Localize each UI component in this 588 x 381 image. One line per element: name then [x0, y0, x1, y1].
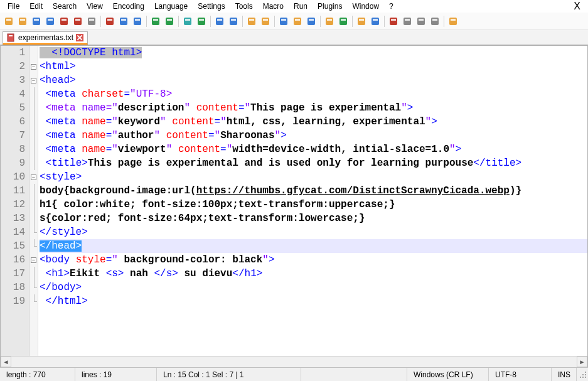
menu-macro[interactable]: Macro [258, 1, 289, 11]
sync-h-icon[interactable] [259, 15, 272, 28]
code-line[interactable]: <meta name="keyword" content="html, css,… [40, 115, 587, 129]
paste-icon[interactable] [131, 15, 144, 28]
monitor-icon[interactable] [369, 15, 382, 28]
code-line[interactable]: <meta name="viewport" content="width=dev… [40, 142, 587, 156]
scroll-left-arrow[interactable]: ◄ [1, 357, 11, 367]
window-close-button[interactable]: X [569, 1, 585, 12]
fold-cell[interactable]: − [29, 60, 38, 73]
svg-rect-47 [359, 19, 364, 21]
lang-icon[interactable] [323, 15, 336, 28]
menu-run[interactable]: Run [289, 1, 313, 11]
fold-cell[interactable] [29, 281, 38, 294]
menu-plugins[interactable]: Plugins [313, 1, 347, 11]
menu-tools[interactable]: Tools [230, 1, 258, 11]
menu-file[interactable]: File [3, 1, 24, 11]
find-icon[interactable] [181, 15, 194, 28]
fold-cell[interactable] [29, 156, 38, 170]
fold-column[interactable]: −−−− [29, 46, 38, 356]
code-line[interactable]: </style> [40, 225, 587, 239]
fold-cell[interactable]: − [29, 73, 38, 87]
play-icon[interactable] [415, 15, 427, 28]
folder-icon[interactable] [355, 15, 368, 28]
status-eol[interactable]: Windows (CR LF) [407, 368, 489, 381]
code-line[interactable]: <!DOCTYPE html> [40, 46, 587, 60]
code-line[interactable]: h1{ color:white; font-size:100px;text-tr… [40, 198, 587, 212]
menu-window[interactable]: Window [347, 1, 384, 11]
fold-cell[interactable] [29, 184, 38, 198]
code-line[interactable]: s{color:red; font-size:64px;text-transfo… [40, 212, 587, 225]
fold-cell[interactable]: − [29, 170, 38, 184]
menu-help[interactable]: ? [384, 1, 398, 11]
code-line[interactable]: body{background-image:url(https://thumbs… [40, 184, 587, 198]
code-line[interactable]: <body style=" background-color: black"> [40, 253, 587, 267]
fold-cell[interactable] [29, 129, 38, 142]
indent-guide-icon[interactable] [305, 15, 318, 28]
fold-cell[interactable] [29, 115, 38, 129]
scroll-right-arrow[interactable]: ► [577, 357, 587, 367]
wrap-icon[interactable] [277, 15, 290, 28]
fold-cell[interactable] [29, 239, 38, 253]
replace-icon[interactable] [195, 15, 208, 28]
resize-grip-icon[interactable] [577, 370, 588, 380]
sync-v-icon[interactable] [245, 15, 258, 28]
code-editor[interactable]: 12345678910111213141516171819 −−−− <!DOC… [1, 46, 587, 356]
line-number: 14 [1, 225, 25, 239]
fold-cell[interactable] [29, 198, 38, 212]
code-line[interactable]: </html> [40, 294, 587, 308]
menu-encoding[interactable]: Encoding [108, 1, 149, 11]
tab-active[interactable]: experimentas.txt [3, 31, 88, 45]
fold-cell[interactable] [29, 46, 38, 60]
code-line[interactable]: <html> [40, 60, 587, 73]
fold-cell[interactable] [29, 225, 38, 239]
menu-settings[interactable]: Settings [193, 1, 230, 11]
redo-icon[interactable] [163, 15, 176, 28]
zoom-in-icon[interactable] [213, 15, 226, 28]
code-line[interactable]: <head> [40, 73, 587, 87]
fold-cell[interactable] [29, 101, 38, 115]
menu-view[interactable]: View [82, 1, 108, 11]
code-line[interactable]: <title>This page is experimental and is … [40, 156, 587, 170]
code-line[interactable]: <h1>Eikit <s> nah </s> su dievu</h1> [40, 267, 587, 281]
all-chars-icon[interactable] [291, 15, 304, 28]
zoom-out-icon[interactable] [227, 15, 240, 28]
scroll-track[interactable] [11, 357, 577, 367]
doc-map-icon[interactable] [337, 15, 350, 28]
status-encoding[interactable]: UTF-8 [489, 368, 552, 381]
record-icon[interactable] [387, 15, 400, 28]
code-line[interactable]: <meta name="description" content="This p… [40, 101, 587, 115]
copy-icon[interactable] [117, 15, 130, 28]
close-icon[interactable] [58, 15, 70, 28]
code-line[interactable]: <style> [40, 170, 587, 184]
horizontal-scrollbar[interactable]: ◄ ► [1, 356, 587, 367]
fold-cell[interactable]: − [29, 253, 38, 267]
save-icon[interactable] [30, 15, 43, 28]
fold-cell[interactable] [29, 212, 38, 225]
code-line[interactable]: <meta name="author" content="Sharoonas"> [40, 129, 587, 142]
tab-close-icon[interactable] [76, 34, 83, 41]
code-line[interactable]: </body> [40, 281, 587, 294]
macro-save-icon[interactable] [447, 15, 459, 28]
status-spacer [301, 368, 407, 381]
code-line[interactable]: <meta charset="UTF-8> [40, 87, 587, 101]
line-number: 3 [1, 73, 25, 87]
menu-language[interactable]: Language [149, 1, 193, 11]
svg-rect-24 [184, 18, 191, 25]
play-multi-icon[interactable] [429, 15, 441, 28]
save-all-icon[interactable] [44, 15, 56, 28]
fold-cell[interactable] [29, 142, 38, 156]
stop-icon[interactable] [401, 15, 414, 28]
code-line[interactable]: </head> [40, 239, 587, 253]
menu-search[interactable]: Search [48, 1, 82, 11]
open-icon[interactable] [16, 15, 29, 28]
fold-cell[interactable] [29, 294, 38, 308]
fold-cell[interactable] [29, 87, 38, 101]
status-mode[interactable]: INS [552, 368, 577, 381]
print-icon[interactable] [85, 15, 98, 28]
new-icon[interactable] [3, 15, 15, 28]
fold-cell[interactable] [29, 267, 38, 281]
menu-edit[interactable]: Edit [24, 1, 48, 11]
code-content[interactable]: <!DOCTYPE html><html><head> <meta charse… [38, 46, 587, 356]
undo-icon[interactable] [149, 15, 162, 28]
close-all-icon[interactable] [72, 15, 84, 28]
cut-icon[interactable] [104, 15, 116, 28]
